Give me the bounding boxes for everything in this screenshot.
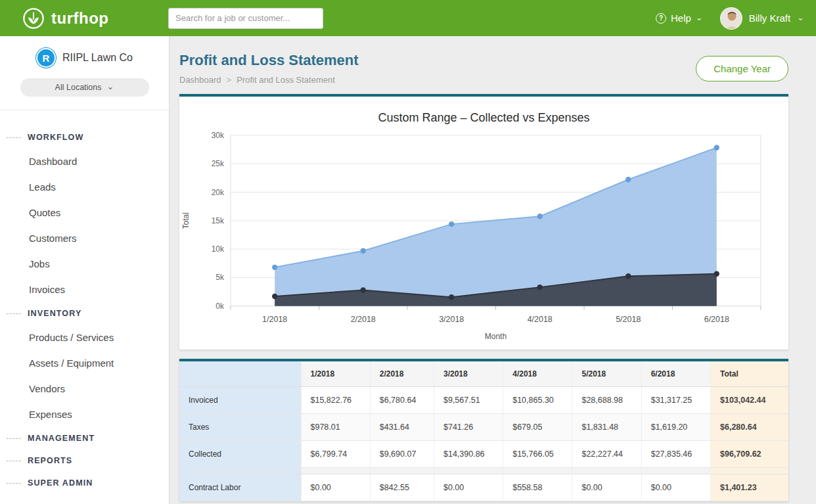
cell-value: $10,865.30	[503, 386, 572, 413]
sidebar-item-vendors[interactable]: Vendors	[0, 376, 169, 401]
y-tick-label: 0k	[215, 302, 224, 311]
x-tick-label: 1/2018	[262, 315, 287, 324]
sidebar-item-dashboard[interactable]: Dashboard	[0, 149, 169, 174]
topbar-right: ? Help ⌄ Billy Kraft ⌄	[656, 7, 804, 30]
cell-total: $1,401.23	[711, 474, 788, 501]
chart-point-collected	[625, 177, 631, 182]
cell-value: $741.26	[434, 413, 503, 440]
row-label: Contract Labor	[179, 474, 301, 501]
x-axis-label: Month	[485, 332, 507, 341]
sidebar-section-inventory[interactable]: INVENTORY	[0, 302, 169, 325]
logo-text: turfhop	[51, 9, 108, 28]
chart-point-expenses	[361, 287, 366, 292]
sidebar-section-workflow[interactable]: WORKFLOW	[0, 126, 169, 149]
chart-point-expenses	[272, 294, 277, 299]
app-root: turfhop ? Help ⌄ Billy Kraft ⌄	[0, 0, 816, 504]
cell-value: $0.00	[572, 474, 641, 501]
chart-title: Custom Range – Collected vs Expenses	[179, 111, 788, 125]
y-tick-label: 25k	[212, 159, 224, 168]
table-col-6-2018: 6/2018	[641, 361, 710, 387]
cell-value: $1,831.48	[572, 413, 641, 440]
page-head: Profit and Loss Statement Dashboard > Pr…	[179, 52, 788, 85]
table-col-4-2018: 4/2018	[503, 361, 572, 387]
sidebar-item-products-services[interactable]: Products / Services	[0, 325, 169, 350]
table-header-row: 1/20182/20183/20184/20185/20186/2018Tota…	[179, 361, 788, 387]
cell-total: $96,709.62	[711, 440, 788, 467]
table-body: Invoiced$15,822.76$6,780.64$9,567.51$10,…	[179, 386, 788, 501]
table-col-total: Total	[711, 361, 788, 387]
sidebar-item-quotes[interactable]: Quotes	[0, 200, 169, 225]
x-tick-label: 6/2018	[704, 315, 729, 324]
x-tick-label: 4/2018	[528, 315, 553, 324]
chart-point-collected	[361, 248, 366, 254]
table-row-taxes: Taxes$978.01$431.64$741.26$679.05$1,831.…	[179, 413, 788, 440]
sidebar-section-super-admin[interactable]: SUPER ADMIN	[0, 472, 169, 494]
sidebar-nav: WORKFLOWDashboardLeadsQuotesCustomersJob…	[0, 110, 169, 494]
x-tick-label: 2/2018	[351, 315, 376, 324]
cell-value: $0.00	[434, 474, 503, 501]
table-col-5-2018: 5/2018	[572, 361, 641, 387]
table-row-invoiced: Invoiced$15,822.76$6,780.64$9,567.51$10,…	[179, 386, 788, 413]
breadcrumb-dashboard[interactable]: Dashboard	[179, 75, 221, 85]
turfhop-logo[interactable]: turfhop	[22, 7, 168, 30]
location-selector[interactable]: All Locations ⌄	[20, 78, 149, 97]
sidebar-section-reports[interactable]: REPORTS	[0, 449, 169, 472]
row-label: Taxes	[179, 413, 301, 440]
cell-value: $0.00	[301, 474, 370, 501]
y-tick-label: 15k	[212, 216, 224, 225]
chevron-down-icon: ⌄	[696, 12, 703, 22]
y-axis-label: Total	[181, 212, 191, 229]
top-bar: turfhop ? Help ⌄ Billy Kraft ⌄	[0, 0, 816, 36]
help-menu[interactable]: ? Help ⌄	[656, 12, 703, 24]
sidebar-item-leads[interactable]: Leads	[0, 174, 169, 200]
sidebar-item-assets-equipment[interactable]: Assets / Equipment	[0, 350, 169, 376]
user-name: Billy Kraft	[749, 12, 790, 24]
search-input[interactable]	[168, 8, 323, 29]
table-col-1-2018: 1/2018	[301, 361, 370, 387]
cell-value: $842.55	[370, 474, 434, 501]
chevron-down-icon: ⌄	[797, 12, 804, 22]
chart-point-expenses	[449, 294, 454, 300]
x-tick-label: 3/2018	[439, 315, 464, 324]
cell-value: $15,822.76	[301, 386, 370, 413]
table-card: 1/20182/20183/20184/20185/20186/2018Tota…	[179, 359, 788, 501]
sidebar-item-invoices[interactable]: Invoices	[0, 277, 169, 302]
company-name: RIIPL Lawn Co	[62, 52, 133, 64]
table-row-collected: Collected$6,799.74$9,690.07$14,390.86$15…	[179, 440, 788, 467]
table-row-contract-labor: Contract Labor$0.00$842.55$0.00$558.58$0…	[179, 474, 788, 501]
location-label: All Locations	[55, 83, 102, 92]
cell-value: $431.64	[370, 413, 434, 440]
company-logo-icon: R	[36, 48, 56, 68]
table-col-rowlabel	[179, 361, 301, 387]
cell-value: $28,688.98	[572, 386, 641, 413]
cell-total: $6,280.64	[711, 413, 788, 440]
cell-total: $103,042.44	[711, 386, 788, 413]
help-icon: ?	[656, 13, 666, 24]
y-tick-label: 5k	[215, 273, 224, 282]
change-year-button[interactable]: Change Year	[696, 56, 788, 81]
avatar	[720, 7, 742, 30]
cell-value: $9,690.07	[370, 440, 434, 467]
table-spacer-row	[179, 467, 788, 474]
cell-value: $22,227.44	[572, 440, 641, 467]
x-tick-label: 5/2018	[616, 315, 641, 324]
cell-value: $27,835.46	[641, 440, 710, 467]
company-block: R RIIPL Lawn Co All Locations ⌄	[0, 36, 169, 110]
sidebar-item-jobs[interactable]: Jobs	[0, 251, 169, 277]
y-tick-label: 30k	[212, 131, 224, 140]
chart-point-collected	[449, 221, 454, 227]
chart-point-expenses	[625, 273, 631, 279]
user-menu[interactable]: Billy Kraft ⌄	[720, 7, 804, 30]
sidebar-item-customers[interactable]: Customers	[0, 225, 169, 251]
sidebar-item-expenses[interactable]: Expenses	[0, 401, 169, 427]
chart-point-collected	[714, 145, 719, 150]
sidebar-section-management[interactable]: MANAGEMENT	[0, 427, 169, 449]
chart-point-collected	[272, 265, 277, 270]
pl-chart-svg: 0k5k10k15k20k25k30k1/20182/20183/20184/2…	[179, 126, 788, 346]
pl-table: 1/20182/20183/20184/20185/20186/2018Tota…	[179, 361, 788, 501]
page-title: Profit and Loss Statement	[179, 52, 359, 69]
cell-value: $679.05	[503, 413, 572, 440]
y-tick-label: 10k	[212, 244, 224, 254]
breadcrumb: Dashboard > Profit and Loss Statement	[179, 75, 359, 85]
cell-value: $6,780.64	[370, 386, 434, 413]
